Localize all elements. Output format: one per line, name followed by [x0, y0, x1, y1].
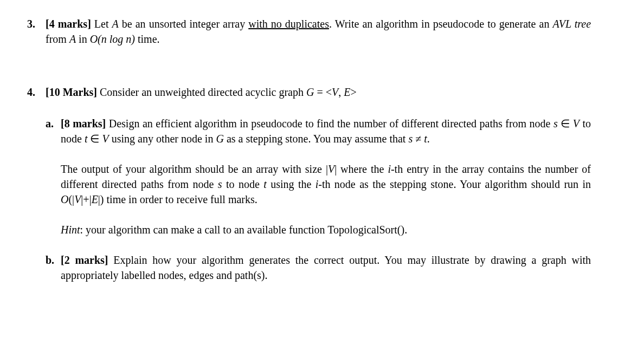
question-4: 4. [10 Marks] Consider an unweighted dir… — [27, 84, 591, 283]
q3-text-6: time. — [135, 33, 160, 45]
question-3-number: 3. — [27, 16, 46, 31]
q4-var-E: E — [344, 86, 350, 98]
q4a-p2-5: using the — [267, 178, 316, 190]
q4-close: > — [350, 86, 356, 98]
q4a-hint-label: Hint — [61, 224, 80, 236]
q4a-p2-9: |) time in order to receive full marks. — [98, 193, 258, 205]
question-4b-body: [2 marks] Explain how your algorithm gen… — [61, 252, 591, 283]
question-3-body: [4 marks] Let A be an unsorted integer a… — [46, 16, 591, 47]
q4a-var-V1: V — [573, 118, 580, 129]
q4a-p1-1: Design an efficient algorithm in pseudoc… — [106, 118, 553, 129]
question-4-body: [10 Marks] Consider an unweighted direct… — [46, 84, 591, 100]
q4a-var-V2: V — [102, 133, 108, 145]
q4a-p1-4: as a stepping stone. You may assume that — [224, 133, 409, 145]
q4a-hint-text: : your algorithm can make a call to an a… — [80, 224, 408, 236]
q4-eq: = < — [314, 86, 332, 98]
question-4a-hint: Hint: your algorithm can make a call to … — [61, 222, 591, 237]
q4a-var-s3: s — [218, 178, 222, 190]
q4a-p2-6: -th node as the stepping stone. Your alg… — [318, 178, 591, 190]
q4-var-V: V — [332, 86, 338, 98]
q4a-p1-3: using any other node in — [109, 133, 216, 145]
q4a-complexity: O — [61, 193, 68, 205]
q4a-p2-7: (| — [68, 193, 74, 205]
q3-underlined: with no duplicates — [248, 18, 329, 30]
q4a-p2-1: The output of your algorithm should be a… — [61, 163, 328, 175]
question-3-header: 3. [4 marks] Let A be an unsorted intege… — [27, 16, 591, 47]
q3-text-4: from — [46, 33, 69, 45]
question-4a-body: [8 marks] Design an efficient algorithm … — [61, 116, 591, 237]
question-4b-marks: [2 marks] — [61, 254, 108, 266]
question-4-header: 4. [10 Marks] Consider an unweighted dir… — [27, 84, 591, 100]
q3-var-A: A — [112, 18, 119, 30]
question-4a-label: a. — [46, 116, 61, 131]
q4a-var-E: E — [92, 193, 98, 205]
question-3: 3. [4 marks] Let A be an unsorted intege… — [27, 16, 591, 47]
question-4b: b. [2 marks] Explain how your algorithm … — [46, 252, 591, 283]
question-3-marks: [4 marks] — [46, 18, 91, 30]
q3-var-A2: A — [69, 33, 76, 45]
q4a-elem1: ∈ — [558, 118, 573, 129]
question-4a: a. [8 marks] Design an efficient algorit… — [46, 116, 591, 237]
question-4-subparts: a. [8 marks] Design an efficient algorit… — [27, 116, 591, 283]
q4a-neq: ≠ — [413, 133, 424, 145]
q4a-var-V3: V — [328, 163, 334, 175]
q4a-p2-2: | where the — [334, 163, 388, 175]
q3-text-2: be an unsorted integer array — [119, 18, 248, 30]
question-4a-para2: The output of your algorithm should be a… — [61, 161, 591, 207]
q4a-var-s: s — [553, 118, 558, 129]
q3-complexity: O(n log n) — [90, 33, 135, 45]
q4a-var-V4: V — [74, 193, 81, 205]
question-4-number: 4. — [27, 84, 46, 100]
q4-text-1: Consider an unweighted directed acyclic … — [97, 86, 306, 98]
q3-text-3: . Write an algorithm in pseudocode to ge… — [329, 18, 552, 30]
q4a-elem2: ∈ — [87, 133, 102, 145]
q3-text-5: in — [76, 33, 90, 45]
question-4-marks: [10 Marks] — [46, 86, 97, 98]
q4a-p1-5: . — [427, 133, 430, 145]
q4a-p2-8: |+| — [81, 193, 91, 205]
q4-var-G: G — [306, 86, 314, 98]
q4a-var-G: G — [216, 133, 223, 145]
question-4a-marks: [8 marks] — [61, 118, 106, 129]
q4a-p2-4: to node — [222, 178, 264, 190]
q4b-text: Explain how your algorithm generates the… — [61, 254, 591, 281]
q3-avl: AVL tree — [552, 18, 591, 30]
q4-comma: , — [338, 86, 344, 98]
q3-text-1: Let — [91, 18, 112, 30]
question-4b-label: b. — [46, 252, 61, 268]
